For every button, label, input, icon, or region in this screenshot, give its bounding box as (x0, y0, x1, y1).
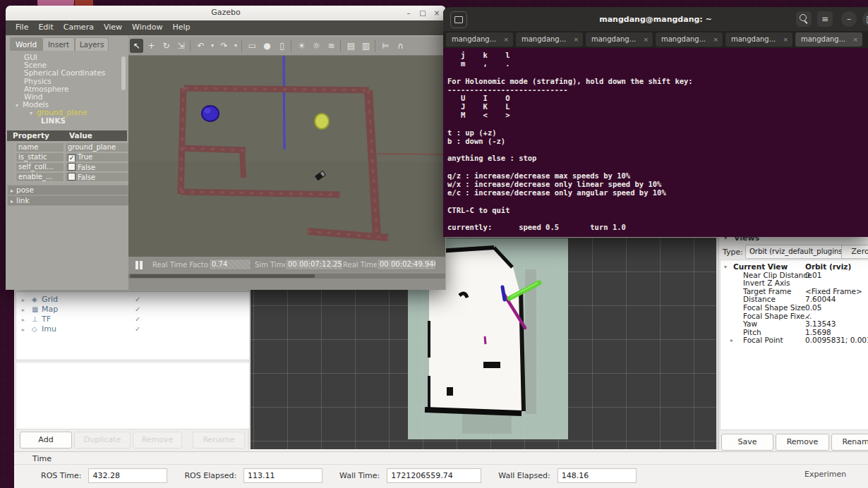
close-icon[interactable]: × (783, 32, 788, 47)
terminal-tab[interactable]: mangdang...× (446, 32, 513, 47)
terminal-tab-active[interactable]: mangdang...× (795, 32, 862, 47)
desktop: ‹ ▸ ◈ Grid ✓ ▸ ▦ Map ✓ ▸ ⊥ TF ✓ (0, 0, 868, 488)
terminal-tab[interactable]: mangdang...× (725, 32, 792, 47)
menu-icon[interactable]: ≡ (817, 11, 833, 27)
terminal-window: mangdang@mangdang: ~ ≡ – □ mangdang...× … (0, 0, 868, 488)
close-icon[interactable]: × (503, 32, 509, 47)
close-icon[interactable]: × (713, 32, 718, 47)
close-icon[interactable]: × (852, 32, 858, 47)
terminal-output[interactable]: j k l m , . For Holonomic mode (strafing… (443, 48, 868, 237)
terminal-text: j k l m , . For Holonomic mode (strafing… (447, 51, 693, 231)
terminal-tab[interactable]: mangdang...× (656, 32, 723, 47)
search-button[interactable] (796, 11, 812, 27)
terminal-tab[interactable]: mangdang...× (586, 32, 653, 47)
minimize-icon[interactable]: – (841, 11, 857, 27)
close-icon[interactable]: × (573, 32, 579, 47)
terminal-tab[interactable]: mangdang...× (516, 32, 583, 47)
close-icon[interactable]: × (643, 32, 649, 47)
search-icon (800, 14, 807, 21)
